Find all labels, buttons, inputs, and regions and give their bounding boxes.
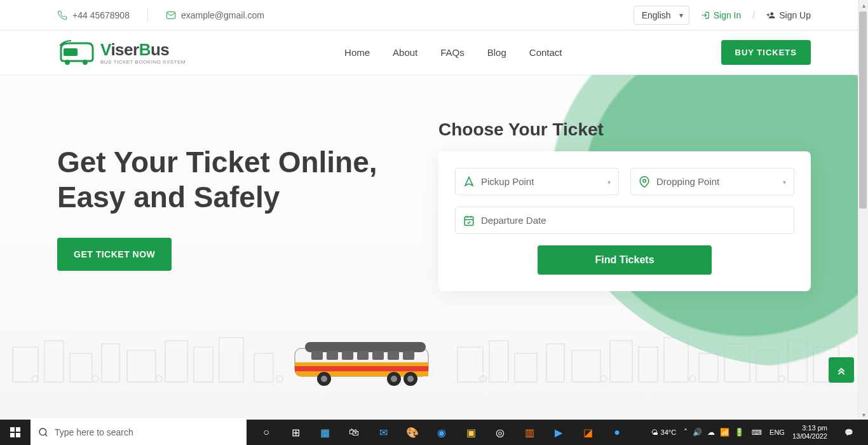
- phone-number: +44 45678908: [72, 10, 130, 20]
- keyboard-indicator[interactable]: ⌨: [752, 428, 762, 437]
- svg-rect-6: [13, 347, 38, 382]
- svg-rect-24: [724, 344, 750, 382]
- sign-in-link[interactable]: Sign In: [701, 10, 742, 20]
- phone-icon: [57, 10, 67, 20]
- cortana-icon[interactable]: ○: [252, 420, 281, 445]
- weather-widget[interactable]: 🌤 34°C: [651, 428, 677, 436]
- task-view-icon[interactable]: ⊞: [281, 420, 310, 445]
- notifications-icon[interactable]: 💬: [835, 420, 863, 445]
- get-ticket-button[interactable]: GET TICKET NOW: [57, 238, 172, 271]
- sign-in-icon: [701, 11, 710, 20]
- svg-rect-22: [664, 338, 688, 382]
- temperature: 34°C: [661, 428, 677, 436]
- app-icon-5[interactable]: ▶: [544, 420, 573, 445]
- svg-rect-17: [515, 353, 537, 382]
- scroll-to-top-button[interactable]: [829, 357, 854, 383]
- hero-headline: Get Your Ticket Online, Easy and Safely: [57, 145, 413, 215]
- language-select[interactable]: English: [634, 6, 689, 25]
- clock[interactable]: 3:13 pm 13/04/2022: [792, 424, 827, 441]
- svg-point-29: [92, 376, 98, 382]
- tray-battery-icon[interactable]: 🔋: [735, 428, 744, 437]
- pickup-select[interactable]: Pickup Point: [455, 168, 619, 195]
- taskbar-apps: ○ ⊞ ▦ 🛍 ✉ 🎨 ◉ ▣ ◎ ▥ ▶ ◪ ●: [252, 420, 632, 445]
- mail-app-icon[interactable]: ✉: [369, 420, 398, 445]
- browser-scrollbar[interactable]: ▴ ▾: [858, 0, 868, 420]
- email-contact[interactable]: example@gmail.com: [166, 10, 264, 20]
- dropping-icon: [639, 176, 650, 188]
- svg-rect-42: [357, 351, 369, 360]
- scrollbar-down-arrow[interactable]: ▾: [858, 409, 868, 420]
- svg-rect-9: [102, 344, 119, 382]
- nav-contact[interactable]: Contact: [529, 47, 562, 58]
- hero-text: Get Your Ticket Online, Easy and Safely …: [57, 120, 413, 291]
- svg-rect-11: [165, 341, 187, 382]
- tray-volume-icon[interactable]: 🔊: [693, 428, 702, 437]
- svg-rect-23: [699, 353, 718, 382]
- app-icon-4[interactable]: ▥: [515, 420, 544, 445]
- tray-cloud-icon[interactable]: ☁: [707, 428, 715, 437]
- svg-rect-38: [305, 342, 426, 352]
- svg-point-47: [321, 376, 327, 382]
- svg-rect-55: [16, 433, 20, 437]
- app-icon-6[interactable]: ◪: [573, 420, 602, 445]
- sign-up-link[interactable]: Sign Up: [766, 10, 811, 20]
- svg-rect-10: [127, 350, 156, 382]
- nav-faqs[interactable]: FAQs: [440, 47, 465, 58]
- edge-icon[interactable]: ◉: [427, 420, 456, 445]
- mail-icon: [166, 10, 176, 20]
- windows-taskbar: Type here to search ○ ⊞ ▦ 🛍 ✉ 🎨 ◉ ▣ ◎ ▥ …: [0, 420, 868, 445]
- svg-point-34: [689, 376, 696, 382]
- bus-illustration: [292, 337, 438, 388]
- search-icon: [38, 427, 48, 437]
- time: 3:13 pm: [792, 424, 827, 432]
- brand-logo[interactable]: ViserBus BUS TICKET BOOKING SYSTEM: [57, 39, 186, 66]
- language-indicator[interactable]: ENG: [770, 428, 785, 436]
- departure-date-input[interactable]: Departure Date: [455, 207, 794, 234]
- svg-point-33: [600, 376, 607, 382]
- app-icon-7[interactable]: ●: [602, 420, 632, 445]
- svg-rect-15: [458, 347, 483, 382]
- svg-rect-20: [610, 341, 632, 382]
- svg-point-4: [643, 179, 646, 182]
- form-title: Choose Your Ticket: [438, 120, 811, 140]
- svg-point-56: [39, 428, 46, 435]
- main-navbar: ViserBus BUS TICKET BOOKING SYSTEM Home …: [0, 31, 868, 75]
- scrollbar-up-arrow[interactable]: ▴: [858, 0, 868, 10]
- svg-rect-13: [219, 338, 243, 382]
- taskbar-search[interactable]: Type here to search: [31, 420, 247, 445]
- tray-chevron-icon[interactable]: ˄: [684, 428, 688, 437]
- buy-tickets-button[interactable]: BUY TICKETS: [721, 40, 811, 65]
- svg-rect-53: [16, 427, 20, 432]
- language-select-wrap: English: [634, 6, 689, 25]
- svg-rect-41: [342, 351, 353, 360]
- start-button[interactable]: [0, 420, 31, 445]
- find-tickets-button[interactable]: Find Tickets: [538, 245, 711, 275]
- svg-rect-14: [254, 353, 273, 382]
- chrome-icon[interactable]: ◎: [485, 420, 515, 445]
- date-placeholder: Departure Date: [481, 215, 546, 226]
- app-icon-3[interactable]: 🎨: [398, 420, 427, 445]
- nav-home[interactable]: Home: [344, 47, 370, 58]
- phone-contact[interactable]: +44 45678908: [57, 10, 130, 20]
- pickup-placeholder: Pickup Point: [481, 176, 534, 187]
- tray-wifi-icon[interactable]: 📶: [720, 428, 729, 437]
- file-explorer-icon[interactable]: ▣: [456, 420, 485, 445]
- app-icon-2[interactable]: 🛍: [339, 420, 369, 445]
- windows-icon: [10, 427, 20, 437]
- search-placeholder: Type here to search: [55, 427, 133, 437]
- sign-in-label: Sign In: [714, 10, 742, 20]
- sign-up-label: Sign Up: [779, 10, 811, 20]
- dropping-placeholder: Dropping Point: [656, 176, 719, 187]
- nav-blog[interactable]: Blog: [487, 47, 506, 58]
- svg-rect-21: [639, 347, 658, 382]
- svg-rect-0: [166, 11, 175, 18]
- dropping-select[interactable]: Dropping Point: [630, 168, 794, 195]
- nav-about[interactable]: About: [393, 47, 417, 58]
- svg-rect-7: [44, 341, 64, 382]
- svg-rect-44: [388, 351, 399, 360]
- app-icon-1[interactable]: ▦: [310, 420, 339, 445]
- scrollbar-thumb[interactable]: [859, 11, 867, 209]
- svg-rect-16: [489, 341, 508, 382]
- svg-point-3: [83, 60, 88, 65]
- nav-links: Home About FAQs Blog Contact: [344, 47, 562, 58]
